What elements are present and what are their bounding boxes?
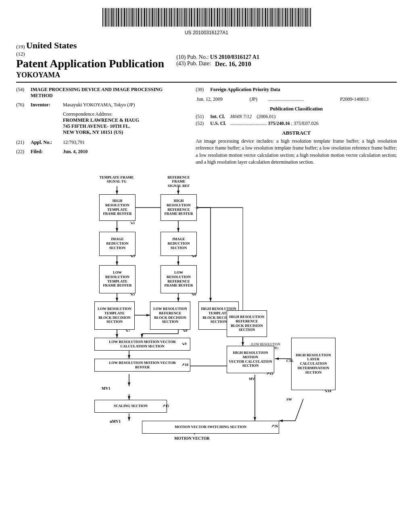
svg-rect-90 [241, 8, 241, 27]
svg-rect-81 [227, 8, 227, 27]
svg-rect-63 [199, 8, 200, 27]
right-column: (30) Foreign Application Priority Data J… [196, 87, 397, 166]
svg-rect-24 [138, 8, 139, 27]
svg-rect-112 [275, 8, 275, 27]
svg-rect-45 [171, 8, 172, 27]
svg-rect-96 [250, 8, 250, 27]
svg-rect-46 [173, 8, 173, 27]
svg-rect-83 [229, 8, 230, 27]
country-num: (19) [16, 44, 25, 50]
svg-rect-109 [270, 8, 271, 27]
patent-num: (12) [16, 51, 164, 57]
svg-rect-6 [110, 8, 111, 27]
filed-field-label: Filed: [31, 149, 63, 155]
svg-rect-134 [309, 8, 309, 27]
inventor-field-label: Inventor: [31, 102, 63, 108]
svg-rect-35 [155, 8, 156, 27]
svg-rect-116 [281, 8, 282, 27]
svg-rect-32 [150, 8, 151, 27]
barcode [102, 7, 311, 29]
svg-rect-74 [216, 8, 216, 27]
label-3: ↘3 [130, 254, 135, 258]
svg-rect-38 [160, 8, 161, 27]
svg-rect-25 [140, 8, 140, 27]
foreign-app-row: (30) Foreign Application Priority Data [196, 87, 397, 93]
svg-rect-71 [211, 8, 212, 27]
svg-rect-88 [237, 8, 238, 27]
svg-rect-114 [277, 8, 279, 27]
svg-rect-14 [123, 8, 123, 27]
svg-rect-26 [141, 8, 142, 27]
pub-date-label: (43) Pub. Date: [176, 60, 211, 68]
hr-reference-block-decision: HIGH RESOLUTIONREFERENCEBLOCK DECISIONSE… [227, 310, 267, 337]
filed-field-value: Jun. 4, 2010 [63, 149, 184, 155]
svg-rect-80 [225, 8, 226, 27]
patent-title-row: (12) Patent Application Publication YOKO… [16, 51, 397, 79]
corr-firm: FROMMER LAWRENCE & HAUG [63, 117, 184, 123]
patent-title-left: (12) Patent Application Publication YOKO… [16, 51, 164, 79]
sw-label: SW [286, 397, 292, 402]
pub-date-value: Dec. 16, 2010 [215, 60, 251, 67]
svg-rect-94 [247, 8, 248, 27]
motion-vector-switching: MOTION VECTOR SWITCHING SECTION [142, 421, 279, 434]
label-9: ↘9 [181, 342, 187, 346]
svg-rect-39 [161, 8, 162, 27]
svg-rect-50 [179, 8, 179, 27]
svg-rect-104 [262, 8, 263, 27]
svg-rect-103 [261, 8, 261, 27]
svg-rect-30 [148, 8, 148, 27]
svg-rect-47 [174, 8, 175, 27]
svg-rect-127 [298, 8, 299, 27]
svg-rect-43 [168, 8, 168, 27]
svg-rect-70 [209, 8, 210, 27]
corr-addr1: 745 FIFTH AVENUE- 10TH FL. [63, 123, 184, 129]
int-cl-num: (51) [196, 114, 210, 120]
scaling-section: SCALING SECTION [94, 400, 167, 413]
label-1: ↘1 [130, 221, 135, 225]
svg-rect-110 [271, 8, 273, 27]
lr-template-block-decision: LOW RESOLUTIONTEMPLATEBLOCK DECISIONSECT… [94, 301, 135, 330]
svg-rect-60 [194, 8, 195, 27]
svg-rect-131 [304, 8, 305, 27]
svg-rect-97 [251, 8, 252, 27]
svg-rect-65 [202, 8, 202, 27]
svg-rect-49 [177, 8, 178, 27]
foreign-dots: .............................. [267, 96, 339, 103]
appl-field-value: 12/793,791 [63, 139, 184, 145]
lr-reference-block-decision: LOW RESOLUTIONREFERENCEBLOCK DECISIONSEC… [150, 301, 190, 330]
svg-rect-130 [302, 8, 303, 27]
foreign-table: Jun. 12, 2009 (JP) .....................… [196, 96, 397, 103]
svg-rect-86 [234, 8, 235, 27]
foreign-app-num: (30) [196, 87, 210, 93]
svg-rect-99 [254, 8, 255, 27]
svg-rect-54 [184, 8, 186, 27]
country-label: (19) United States [16, 40, 397, 51]
svg-rect-40 [163, 8, 163, 27]
svg-rect-78 [222, 8, 223, 27]
foreign-date: Jun. 12, 2009 [196, 96, 248, 103]
svg-rect-58 [191, 8, 192, 27]
svg-rect-87 [236, 8, 236, 27]
svg-rect-61 [196, 8, 196, 27]
label-15: ↗15 [162, 404, 169, 408]
svg-rect-119 [285, 8, 286, 27]
int-cl-value: H04N 7/12 (2006.01) [230, 114, 397, 120]
foreign-app-no: P2009-140813 [339, 96, 397, 103]
title-field-value: IMAGE PROCESSING DEVICE AND IMAGE PROCES… [31, 87, 184, 99]
svg-rect-69 [208, 8, 209, 27]
svg-rect-115 [280, 8, 280, 27]
svg-rect-105 [264, 8, 264, 27]
svg-rect-85 [233, 8, 234, 27]
svg-rect-123 [292, 8, 293, 27]
svg-rect-107 [267, 8, 268, 27]
document-number: US 20100316127A1 [0, 30, 413, 35]
svg-rect-31 [149, 8, 150, 27]
svg-rect-92 [244, 8, 244, 27]
svg-rect-51 [180, 8, 181, 27]
mv-label: MV [249, 377, 255, 381]
svg-rect-77 [221, 8, 221, 27]
svg-rect-132 [305, 8, 307, 27]
svg-rect-11 [118, 8, 119, 27]
svg-rect-75 [217, 8, 218, 27]
svg-rect-101 [257, 8, 259, 27]
